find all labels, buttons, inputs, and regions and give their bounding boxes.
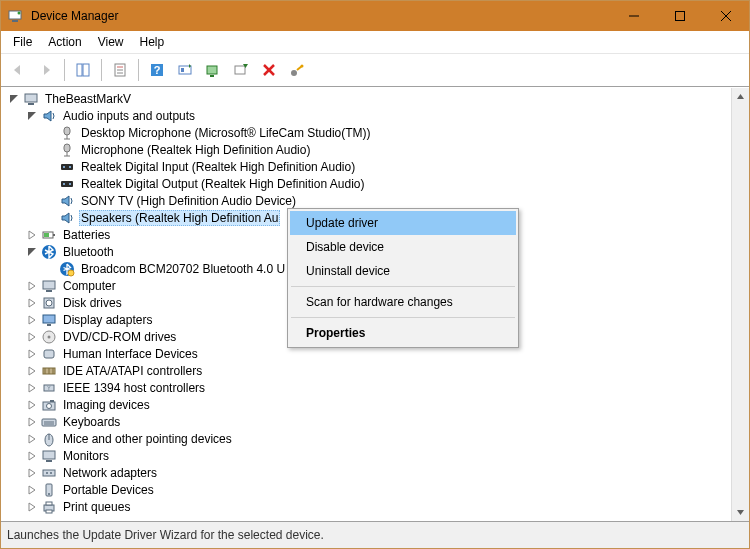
svg-rect-69 [43,470,55,476]
tree-item-label: Print queues [61,500,132,514]
titlebar[interactable]: Device Manager [1,1,749,31]
status-bar: Launches the Update Driver Wizard for th… [1,521,749,548]
tree-item-label: Microphone (Realtek High Definition Audi… [79,143,312,157]
expand-toggle[interactable] [25,449,39,463]
scan-hardware-button[interactable] [172,57,198,83]
svg-rect-52 [44,350,54,358]
update-driver-button[interactable] [200,57,226,83]
tree-row[interactable]: Realtek Digital Output (Realtek High Def… [1,175,731,192]
window-title: Device Manager [29,9,611,23]
tree-row[interactable]: TheBeastMarkV [1,90,731,107]
app-window: Device Manager File Action View Help ? T… [0,0,750,549]
optical-icon [41,329,57,345]
tree-item-label: Display adapters [61,313,154,327]
tree-row[interactable]: Mice and other pointing devices [1,430,731,447]
tree-row[interactable]: Microphone (Realtek High Definition Audi… [1,141,731,158]
expand-toggle[interactable] [25,330,39,344]
context-menu-item[interactable]: Properties [290,321,516,345]
tree-item-label: DVD/CD-ROM drives [61,330,178,344]
tree-item-label: Speakers (Realtek High Definition Au [79,210,280,226]
expand-toggle[interactable] [25,398,39,412]
battery-icon [41,227,57,243]
context-menu-item[interactable]: Update driver [290,211,516,235]
app-icon [7,8,23,24]
tree-row[interactable]: Print queues [1,498,731,515]
expand-toggle[interactable] [25,483,39,497]
expand-toggle[interactable] [7,92,21,106]
tree-row[interactable]: IDE ATA/ATAPI controllers [1,362,731,379]
svg-rect-61 [50,400,54,402]
minimize-button[interactable] [611,1,657,31]
tree-row[interactable]: Desktop Microphone (Microsoft® LifeCam S… [1,124,731,141]
expand-toggle[interactable] [25,279,39,293]
expand-toggle[interactable] [25,313,39,327]
expand-toggle[interactable] [25,432,39,446]
svg-rect-24 [25,94,37,102]
delete-button[interactable] [256,57,282,83]
expand-toggle[interactable] [25,500,39,514]
digital-audio-icon [59,176,75,192]
bluetooth-adapter-icon [59,261,75,277]
svg-rect-40 [44,233,49,237]
menu-file[interactable]: File [5,33,40,51]
tree-item-label: IEEE 1394 host controllers [61,381,207,395]
scroll-up-icon[interactable] [732,88,749,105]
context-menu-item[interactable]: Scan for hardware changes [290,290,516,314]
toolbar-separator [138,59,139,81]
tree-row[interactable]: SONY TV (High Definition Audio Device) [1,192,731,209]
maximize-button[interactable] [657,1,703,31]
tree-item-label: Broadcom BCM20702 Bluetooth 4.0 U [79,262,287,276]
tree-item-label: Bluetooth [61,245,116,259]
forward-button[interactable] [33,57,59,83]
help-button[interactable]: ? [144,57,170,83]
close-button[interactable] [703,1,749,31]
disable-device-button[interactable] [284,57,310,83]
bluetooth-icon [41,244,57,260]
uninstall-device-button[interactable] [228,57,254,83]
mic-icon [59,125,75,141]
back-button[interactable] [5,57,31,83]
keyboard-icon [41,414,57,430]
tree-row[interactable]: Network adapters [1,464,731,481]
tree-item-label: IDE ATA/ATAPI controllers [61,364,204,378]
tree-row[interactable]: Keyboards [1,413,731,430]
svg-rect-26 [64,127,70,135]
expand-toggle[interactable] [25,228,39,242]
svg-rect-16 [181,68,184,72]
expand-toggle[interactable] [25,347,39,361]
tree-row[interactable]: Monitors [1,447,731,464]
scroll-down-icon[interactable] [732,504,749,521]
svg-rect-8 [83,64,89,76]
expand-toggle[interactable] [25,364,39,378]
expand-toggle[interactable] [25,466,39,480]
context-menu-item[interactable]: Uninstall device [290,259,516,283]
tree-item-label: Batteries [61,228,112,242]
show-hide-tree-button[interactable] [70,57,96,83]
tree-item-label: Audio inputs and outputs [61,109,197,123]
tree-item-label: Mice and other pointing devices [61,432,234,446]
expand-toggle[interactable] [25,296,39,310]
menu-action[interactable]: Action [40,33,89,51]
svg-rect-76 [46,510,52,513]
menu-view[interactable]: View [90,33,132,51]
expand-toggle[interactable] [25,415,39,429]
expand-toggle[interactable] [25,245,39,259]
ide-icon [41,363,57,379]
tree-row[interactable]: Audio inputs and outputs [1,107,731,124]
vertical-scrollbar[interactable] [731,88,749,521]
toolbar: ? [1,54,749,87]
mic-icon [59,142,75,158]
expand-toggle[interactable] [25,381,39,395]
tree-item-label: Desktop Microphone (Microsoft® LifeCam S… [79,126,373,140]
tree-item-label: Computer [61,279,118,293]
properties-button[interactable] [107,57,133,83]
tree-item-label: Portable Devices [61,483,156,497]
tree-row[interactable]: Portable Devices [1,481,731,498]
menu-help[interactable]: Help [132,33,173,51]
context-menu-item[interactable]: Disable device [290,235,516,259]
tree-row[interactable]: Realtek Digital Input (Realtek High Defi… [1,158,731,175]
tree-row[interactable]: YIEEE 1394 host controllers [1,379,731,396]
tree-row[interactable]: Imaging devices [1,396,731,413]
expand-toggle[interactable] [25,109,39,123]
speaker-icon [41,108,57,124]
